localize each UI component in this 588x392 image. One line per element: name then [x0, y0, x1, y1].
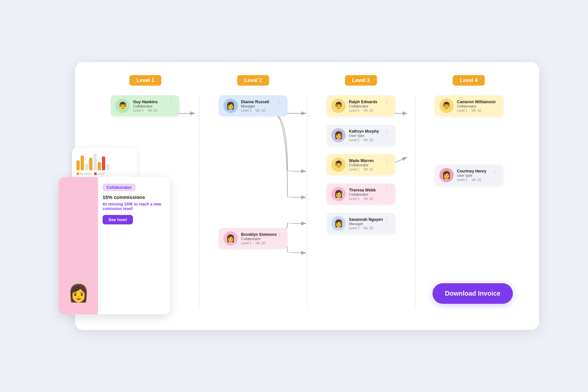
download-invoice-button[interactable]: Download Invoice: [433, 283, 513, 304]
avatar-ralph: 👨: [331, 99, 346, 113]
see-how-button[interactable]: See how!: [103, 215, 133, 224]
bar-4: [89, 158, 92, 170]
user-meta-theresa: Level 1 VA: 10: [349, 197, 380, 201]
user-info-wade: Wade Warren Collaborator Level 1 VA: 10: [349, 158, 380, 171]
user-info-ralph: Ralph Edwards Collaborator Level 1 VA: 1…: [349, 100, 380, 112]
bar-1: [76, 160, 80, 170]
user-meta-savannah: Level 1 VA: 10: [349, 226, 380, 230]
info-card-avatar: 👩: [62, 272, 95, 314]
column-2: 👩 Dianne Russell Manager Level 1 VA: 10 …: [200, 95, 308, 308]
level-badge-2: Level 2: [237, 75, 269, 86]
avatar-savannah: 👩: [331, 216, 346, 231]
dots-menu-theresa[interactable]: ⋮: [383, 187, 391, 194]
column-1: 👨 Guy Hawkins Collaborator Level 1 VA: 1…: [91, 95, 200, 308]
user-role-guy: Collaborator: [133, 104, 164, 108]
dots-menu-courtney[interactable]: ⋮: [491, 168, 499, 175]
dots-menu-cameron[interactable]: ⋮: [491, 99, 499, 106]
user-name-dianne: Dianne Russell: [241, 100, 272, 104]
bar-6: [98, 162, 101, 170]
user-meta-ralph: Level 1 VA: 10: [349, 109, 380, 112]
user-card-theresa[interactable]: 👩 Theresa Webb Collaborator Level 1 VA: …: [327, 184, 395, 204]
user-info-kathryn: Kathryn Murphy User type Level 1 VA: 10: [349, 129, 380, 142]
chart-bars: [76, 152, 133, 170]
user-info-courtney: Courtney Henry User type Level 1 VA: 10: [457, 169, 488, 182]
collaborator-badge: Collaborator: [103, 184, 136, 191]
info-card: 👩 Collaborator 15% commissions Its missi…: [59, 177, 170, 314]
avatar-cameron: 👨: [439, 99, 454, 113]
user-meta-guy: Level 1 VA: 10: [133, 109, 164, 112]
level-badge-3: Level 3: [345, 75, 377, 86]
user-role-ralph: Collaborator: [349, 104, 380, 108]
columns-area: 👨 Guy Hawkins Collaborator Level 1 VA: 1…: [91, 95, 523, 308]
user-meta-kathryn: Level 1 VA: 10: [349, 138, 380, 142]
user-info-savannah: Savannah Nguyen Manager Level 1 VA: 10: [349, 217, 380, 230]
user-meta-courtney: Level 1 VA: 10: [457, 178, 488, 182]
avatar-theresa: 👩: [331, 187, 346, 201]
info-card-right: Collaborator 15% commissions Its missing…: [98, 177, 170, 314]
avatar-dianne: 👩: [223, 99, 238, 113]
user-info-dianne: Dianne Russell Manager Level 1 VA: 10: [241, 100, 272, 112]
avatar-courtney: 👩: [439, 168, 454, 182]
level-badge-4: Level 4: [453, 75, 485, 86]
level-badge-1: Level 1: [129, 75, 161, 86]
user-role-courtney: User type: [457, 173, 488, 177]
user-name-guy: Guy Hawkins: [133, 100, 164, 104]
chart-legend: My sales Label: [76, 172, 133, 175]
commissions-title: 15% commissions: [103, 194, 164, 200]
user-role-brooklyn: Collaborator: [241, 237, 272, 241]
dots-menu-ralph[interactable]: ⋮: [383, 99, 391, 106]
levels-row: Level 1 Level 2 Level 3 Level 4: [91, 75, 523, 86]
commissions-desc: Its missing 100€ to reach a new comissio…: [103, 202, 164, 211]
avatar-guy: 👨: [115, 99, 130, 113]
user-name-kathryn: Kathryn Murphy: [349, 129, 380, 134]
user-info-guy: Guy Hawkins Collaborator Level 1 VA: 10: [133, 100, 164, 112]
user-role-cameron: Collaborator: [457, 104, 488, 108]
user-card-brooklyn[interactable]: 👩 Brooklyn Simmons Collaborator Level 1 …: [219, 228, 287, 249]
user-role-theresa: Collaborator: [349, 192, 380, 196]
dots-menu-brooklyn[interactable]: ⋮: [275, 231, 283, 239]
user-info-brooklyn: Brooklyn Simmons Collaborator Level 1 VA…: [241, 232, 272, 245]
user-info-cameron: Cameron Williamson Collaborator Level 1 …: [457, 100, 488, 112]
dots-menu-savannah[interactable]: ⋮: [383, 216, 391, 224]
user-meta-dianne: Level 1 VA: 10: [241, 109, 272, 112]
bar-7: [102, 156, 105, 170]
main-card: Level 1 Level 2 Level 3 Level 4: [75, 62, 539, 330]
user-card-ralph[interactable]: 👨 Ralph Edwards Collaborator Level 1 VA:…: [327, 95, 395, 116]
user-card-kathryn[interactable]: 👩 Kathryn Murphy User type Level 1 VA: 1…: [327, 125, 395, 146]
user-meta-wade: Level 1 VA: 10: [349, 168, 380, 171]
user-meta-cameron: Level 1 VA: 10: [457, 109, 488, 112]
avatar-wade: 👨: [331, 157, 346, 172]
user-card-guy[interactable]: 👨 Guy Hawkins Collaborator Level 1 VA: 1…: [111, 95, 179, 116]
dots-menu-wade[interactable]: ⋮: [383, 157, 391, 165]
user-name-cameron: Cameron Williamson: [457, 100, 488, 104]
user-role-wade: Collaborator: [349, 163, 380, 167]
user-role-kathryn: User type: [349, 134, 380, 138]
user-card-dianne[interactable]: 👩 Dianne Russell Manager Level 1 VA: 10 …: [219, 95, 287, 116]
avatar-kathryn: 👩: [331, 128, 346, 142]
user-role-dianne: Manager: [241, 104, 272, 108]
user-card-wade[interactable]: 👨 Wade Warren Collaborator Level 1 VA: 1…: [327, 154, 395, 175]
dots-menu-dianne[interactable]: ⋮: [275, 99, 283, 106]
info-card-left: 👩: [59, 177, 98, 314]
column-3: 👨 Ralph Edwards Collaborator Level 1 VA:…: [307, 95, 416, 308]
dots-menu-kathryn[interactable]: ⋮: [383, 128, 391, 136]
user-meta-brooklyn: Level 1 VA: 10: [241, 241, 272, 245]
bar-2: [81, 155, 84, 170]
user-info-theresa: Theresa Webb Collaborator Level 1 VA: 10: [349, 188, 380, 201]
user-name-courtney: Courtney Henry: [457, 169, 488, 173]
bar-5: [93, 154, 97, 170]
bar-3: [85, 164, 88, 170]
bar-8: [106, 164, 109, 170]
user-card-cameron[interactable]: 👨 Cameron Williamson Collaborator Level …: [435, 95, 503, 116]
user-name-theresa: Theresa Webb: [349, 188, 380, 192]
column-4: 👨 Cameron Williamson Collaborator Level …: [416, 95, 523, 308]
user-card-courtney[interactable]: 👩 Courtney Henry User type Level 1 VA: 1…: [435, 165, 503, 186]
avatar-brooklyn: 👩: [223, 231, 238, 246]
dots-menu-guy[interactable]: ⋮: [167, 99, 175, 106]
user-name-brooklyn: Brooklyn Simmons: [241, 232, 272, 237]
user-name-ralph: Ralph Edwards: [349, 100, 380, 104]
user-name-wade: Wade Warren: [349, 158, 380, 163]
user-name-savannah: Savannah Nguyen: [349, 217, 380, 222]
user-card-savannah[interactable]: 👩 Savannah Nguyen Manager Level 1 VA: 10…: [327, 213, 395, 234]
user-role-savannah: Manager: [349, 222, 380, 226]
